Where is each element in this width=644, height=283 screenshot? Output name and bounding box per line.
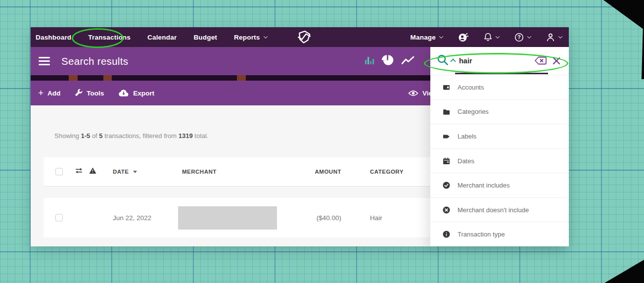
chevron-down-icon (558, 34, 562, 38)
manage-menu[interactable]: Manage (411, 34, 443, 41)
column-header-category[interactable]: CATEGORY (370, 169, 404, 175)
notifications-bell-menu[interactable] (484, 33, 499, 42)
search-dropdown-panel: Accounts Categories Labels (430, 47, 569, 246)
bar-chart-icon[interactable] (364, 55, 374, 67)
chart-view-toggles (364, 47, 414, 75)
tools-button[interactable]: Tools (75, 89, 104, 97)
chevron-down-icon (496, 34, 500, 38)
transaction-amount: ($40.00) (301, 214, 341, 222)
paper-edge-right (642, 29, 644, 79)
timeline-segment (237, 75, 246, 81)
chevron-down-icon (263, 34, 267, 38)
transaction-type-info-icon (443, 231, 450, 238)
nav-item-reports[interactable]: Reports (234, 34, 267, 41)
search-input-underline (455, 73, 548, 74)
transaction-category[interactable]: Hair (370, 214, 382, 222)
plus-icon: + (38, 88, 44, 97)
paper-corner-top-right (603, 0, 644, 30)
merchant-includes-check-icon (443, 182, 450, 189)
page-title: Search results (61, 55, 128, 67)
nav-right-group: Manage (411, 32, 564, 42)
filter-item-dates[interactable]: Dates (430, 148, 569, 173)
column-header-date[interactable]: DATE (113, 169, 137, 175)
column-header-merchant[interactable]: MERCHANT (182, 169, 217, 175)
transfer-column-icon[interactable] (75, 167, 83, 176)
cloud-download-icon (118, 89, 129, 97)
wrench-icon (75, 89, 83, 97)
advisor-share-icon[interactable] (458, 32, 468, 42)
eye-icon (408, 90, 418, 97)
nav-item-dashboard[interactable]: Dashboard (36, 34, 71, 41)
search-input[interactable] (459, 54, 531, 68)
column-header-amount[interactable]: AMOUNT (301, 169, 341, 175)
results-summary: Showing 1-5 of 5 transactions, filtered … (54, 132, 208, 140)
search-bar (430, 47, 569, 75)
clear-text-backspace-icon[interactable] (534, 56, 547, 67)
merchant-excludes-x-icon (443, 206, 450, 214)
pie-chart-icon[interactable] (381, 53, 395, 69)
filter-item-merchant-doesnt-include[interactable]: Merchant doesn't include (430, 197, 569, 222)
labels-tag-icon (443, 133, 450, 140)
dates-calendar-icon (443, 157, 450, 165)
select-all-checkbox[interactable] (55, 168, 63, 176)
nav-item-budget[interactable]: Budget (193, 34, 217, 41)
chevron-down-icon (527, 34, 531, 38)
user-account-menu[interactable] (546, 33, 562, 42)
paper-corner-bottom-right (604, 260, 644, 283)
timeline-segment (69, 75, 78, 81)
accounts-wallet-icon (443, 84, 450, 91)
chevron-down-icon (439, 34, 443, 38)
nav-item-transactions[interactable]: Transactions (88, 34, 131, 41)
sort-caret-icon (133, 171, 137, 173)
export-button[interactable]: Export (118, 89, 154, 97)
pocketsmith-logo-icon[interactable] (297, 30, 312, 45)
transaction-date: Jun 22, 2022 (113, 214, 151, 222)
grid-paper-background: Dashboard Transactions Calendar Budget R… (0, 0, 644, 283)
filter-item-accounts[interactable]: Accounts (430, 75, 569, 99)
merchant-redacted-box (178, 206, 277, 230)
hamburger-menu-icon[interactable] (37, 55, 52, 67)
filter-item-categories[interactable]: Categories (430, 99, 569, 124)
search-filter-list: Accounts Categories Labels (430, 75, 569, 246)
warning-column-icon[interactable] (89, 167, 96, 176)
row-checkbox[interactable] (55, 214, 63, 222)
svg-text:?: ? (517, 34, 520, 40)
close-icon[interactable] (552, 57, 560, 67)
timeline-segment (103, 75, 112, 81)
categories-folder-icon (443, 108, 450, 115)
help-menu[interactable]: ? (514, 33, 531, 42)
nav-left-group: Dashboard Transactions Calendar Budget R… (36, 30, 312, 45)
line-chart-icon[interactable] (401, 55, 414, 67)
filter-item-transaction-type[interactable]: Transaction type (430, 222, 569, 246)
add-button[interactable]: +Add (38, 89, 60, 97)
app-window: Dashboard Transactions Calendar Budget R… (31, 27, 569, 246)
filter-item-merchant-includes[interactable]: Merchant includes (430, 173, 569, 197)
nav-item-calendar[interactable]: Calendar (147, 34, 177, 41)
search-icon[interactable] (437, 54, 449, 68)
filter-item-labels[interactable]: Labels (430, 124, 569, 148)
top-nav: Dashboard Transactions Calendar Budget R… (31, 27, 569, 47)
collapse-chevron-up-icon[interactable] (450, 58, 456, 64)
